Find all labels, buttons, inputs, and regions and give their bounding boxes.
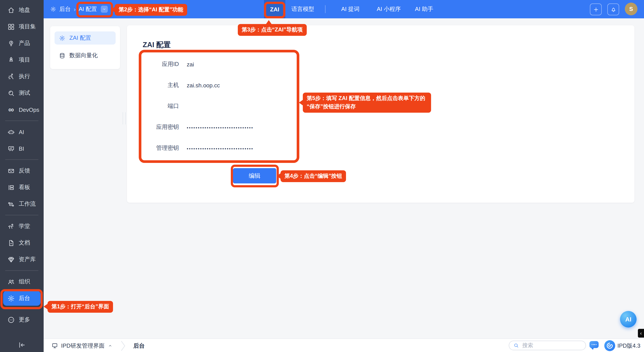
sidebar-item-label: AI (19, 129, 24, 135)
edit-button[interactable]: 编辑 (233, 168, 276, 183)
breadcrumb-separator: › (74, 6, 76, 13)
sidebar-item-more[interactable]: 更多 (0, 311, 44, 328)
sidebar-item-label: BI (19, 145, 24, 152)
sidebar-item-label: 更多 (19, 316, 30, 324)
sidebar-divider (5, 159, 38, 160)
feedback-mail-icon (8, 167, 15, 174)
app-window: 地盘 项目集 产品 项目 执行 测试 ∞ DevOps AI (0, 0, 644, 352)
admin-subsidebar: ZAI 配置 数据向量化 (50, 26, 120, 69)
sidebar-item-workflow[interactable]: 工作流 (0, 196, 44, 212)
program-grid-icon (8, 23, 15, 30)
product-bulb-icon (8, 40, 15, 47)
admin-secret-value: •••••••••••••••••••••••••••••• (187, 145, 254, 151)
field-label: 主机 (135, 81, 179, 89)
tutorial-callout-step2: 第2步：选择“AI 配置”功能 (115, 4, 187, 16)
sidebar-item-feedback[interactable]: 反馈 (0, 162, 44, 179)
tab-ai-miniprograms[interactable]: AI 小程序 (370, 0, 408, 18)
sidebar-item-label: 项目集 (19, 23, 36, 31)
sidebar-item-execution[interactable]: 执行 (0, 68, 44, 85)
app-id-value: zai (187, 61, 194, 68)
chat-bubble-icon[interactable] (590, 341, 598, 348)
sidebar-item-product[interactable]: 产品 (0, 35, 44, 52)
sidebar-item-org[interactable]: 组织 (0, 273, 44, 290)
sidebar-item-testing[interactable]: 测试 (0, 85, 44, 101)
sidebar-item-label: 看板 (19, 183, 30, 191)
sidebar-item-label: 工作流 (19, 200, 36, 208)
bell-icon (610, 6, 616, 13)
sidebar-item-tutoring[interactable]: 学堂 (0, 218, 44, 234)
sidebar: 地盘 项目集 产品 项目 执行 测试 ∞ DevOps AI (0, 0, 44, 352)
sidebar-item-label: 组织 (19, 278, 30, 286)
search-icon (514, 343, 519, 348)
field-label: 管理密钥 (135, 144, 179, 152)
sidebar-item-label: 执行 (19, 73, 30, 80)
sidebar-collapse-icon[interactable] (18, 341, 26, 349)
tab-zai[interactable]: ZAI (264, 0, 285, 18)
sidebar-item-kanban[interactable]: 看板 (0, 179, 44, 196)
sidebar-item-devops[interactable]: ∞ DevOps (0, 101, 44, 118)
chevron-up-icon[interactable] (108, 343, 112, 348)
sidebar-item-program[interactable]: 项目集 (0, 18, 44, 35)
subsidebar-item-zai-config[interactable]: ZAI 配置 (54, 32, 116, 45)
sidebar-divider (5, 270, 38, 271)
page-title: ZAI 配置 (143, 40, 170, 50)
field-label: 应用ID (135, 60, 179, 68)
sidebar-item-bi[interactable]: BI (0, 140, 44, 157)
sidebar-divider (5, 308, 38, 309)
user-avatar[interactable]: S (625, 3, 638, 15)
sidebar-item-admin[interactable]: 后台 (3, 291, 40, 306)
gear-icon (59, 35, 66, 41)
asset-diamond-icon (8, 256, 15, 263)
plus-icon (593, 6, 599, 13)
app-switcher[interactable]: IPD研发管理界面 (61, 342, 104, 349)
statusbar-current-module: 后台 (133, 342, 145, 349)
breadcrumb-current[interactable]: AI 配置 (79, 5, 97, 13)
devops-infinity-icon: ∞ (8, 106, 15, 113)
tab-language-models[interactable]: 语言模型 (285, 0, 321, 18)
document-icon (8, 239, 15, 246)
sidebar-item-label: 后台 (19, 294, 30, 302)
subsidebar-item-label: ZAI 配置 (69, 34, 91, 42)
global-search[interactable] (509, 341, 586, 350)
kanban-icon (8, 184, 15, 191)
tab-ai-assistant[interactable]: AI 助手 (408, 0, 440, 18)
sidebar-item-ai[interactable]: AI (0, 124, 44, 140)
breadcrumb-chevron-separator (121, 340, 125, 351)
tutorial-callout-step1: 第1步：打开“后台”界面 (48, 301, 113, 313)
sidebar-item-label: 文档 (19, 239, 30, 247)
status-bar: IPD研发管理界面 后台 IPD版4.3 (44, 338, 644, 352)
sidebar-item-home[interactable]: 地盘 (0, 2, 44, 18)
sidebar-item-label: 资产库 (19, 255, 36, 263)
host-value: zai.sh.oop.cc (187, 82, 220, 88)
sidebar-item-project[interactable]: 项目 (0, 52, 44, 68)
execution-runner-icon (8, 73, 15, 80)
sidebar-item-assets[interactable]: 资产库 (0, 251, 44, 268)
notifications-button[interactable] (607, 4, 619, 15)
search-input[interactable] (522, 342, 581, 349)
sidebar-item-docs[interactable]: 文档 (0, 234, 44, 251)
ai-assistant-fab[interactable]: AI (620, 311, 636, 327)
tutorial-callout-step3: 第3步：点击“ZAI”导航项 (238, 24, 306, 36)
workflow-icon (8, 200, 15, 208)
sidebar-divider (5, 121, 38, 121)
sidebar-item-label: 产品 (19, 39, 30, 47)
admin-gear-icon (8, 294, 15, 302)
statusbar-breadcrumb: IPD研发管理界面 后台 (52, 339, 145, 352)
breadcrumb-root[interactable]: 后台 (59, 5, 71, 13)
sidebar-divider (5, 215, 38, 215)
collapse-corner-tab[interactable]: ‹ (638, 329, 644, 337)
field-label: 端口 (135, 102, 179, 110)
sidebar-item-label: DevOps (19, 106, 39, 113)
chevron-down-icon (102, 7, 107, 11)
sidebar-item-label: 地盘 (19, 6, 30, 14)
module-dropdown-button[interactable] (101, 6, 108, 13)
zentao-logo-icon[interactable] (604, 340, 615, 351)
project-rocket-icon (8, 56, 15, 64)
app-secret-value: •••••••••••••••••••••••••••••• (187, 124, 254, 130)
field-label: 应用密钥 (135, 123, 179, 131)
tab-ai-prompts[interactable]: AI 提词 (331, 0, 370, 18)
subsidebar-item-label: 数据向量化 (69, 52, 98, 59)
subsidebar-item-vectorization[interactable]: 数据向量化 (54, 49, 116, 62)
panel-resize-handle[interactable] (122, 112, 126, 125)
add-button[interactable] (590, 4, 602, 15)
